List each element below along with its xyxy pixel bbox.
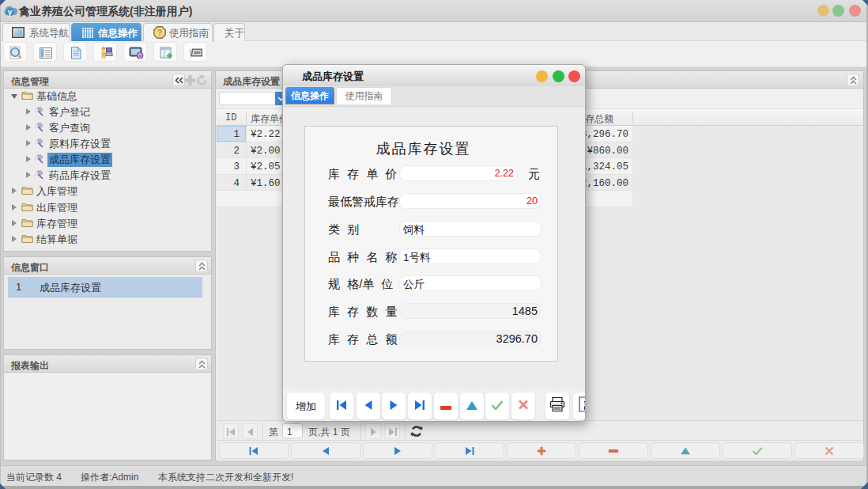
svg-text:y: y	[8, 8, 13, 17]
svg-text:?: ?	[157, 28, 162, 37]
